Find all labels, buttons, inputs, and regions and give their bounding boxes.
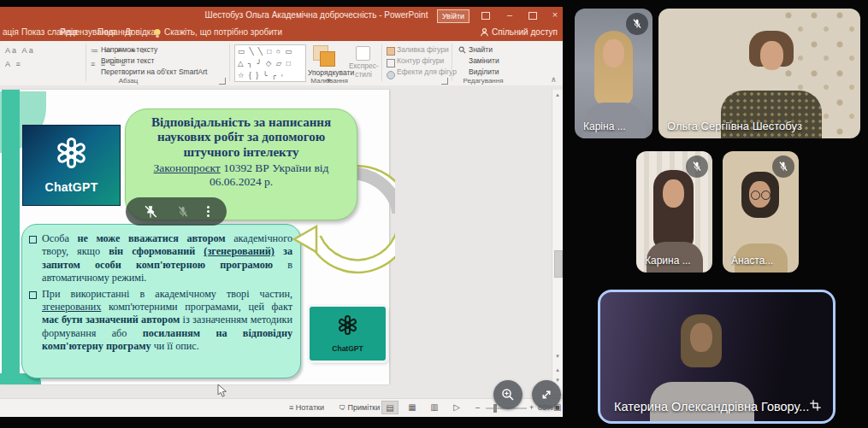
paragraph-dialog-launcher[interactable]: [219, 78, 226, 85]
expand-presentation-button[interactable]: [532, 380, 561, 409]
unpin-icon[interactable]: [143, 204, 158, 220]
chatgpt-image-label: ChatGPT: [23, 180, 120, 194]
drawing-dialog-launcher[interactable]: [441, 78, 448, 85]
notes-icon: ≡: [289, 403, 293, 412]
lightbulb-icon: [153, 28, 162, 38]
close-button[interactable]: ×: [548, 9, 562, 21]
bullet-item: При використанні в академічному творі ча…: [29, 288, 292, 354]
tab-animation-truncated[interactable]: ація: [3, 27, 19, 37]
share-label: Спільний доступ: [492, 27, 558, 37]
slide-sorter-view-button[interactable]: ▦: [404, 401, 421, 414]
zoom-in-button[interactable]: +: [529, 403, 534, 412]
bullet-square-icon: [29, 236, 37, 243]
shape-effects-icon: [387, 71, 395, 79]
bullet-text: Особа не може вважатися автором академіч…: [42, 232, 292, 285]
participant-name: Каріна ...: [583, 120, 626, 132]
normal-view-button[interactable]: ▤: [381, 401, 399, 414]
minimize-button[interactable]: –: [503, 9, 517, 21]
comments-icon: 🗨: [339, 404, 345, 412]
tell-me-box[interactable]: Скажіть, що потрібно зробити: [164, 27, 282, 37]
participant-tile-karyna2[interactable]: Карина ...: [636, 151, 712, 273]
shapes-row-3[interactable]: ☆ { } ╰ ╭ ◦: [238, 69, 305, 81]
shapes-gallery[interactable]: ▭ ╲ ╲ □ ○ ▭ △ ╮ ╯ ◇ ▱ □ ☆ { } ╰ ╭ ◦: [234, 44, 306, 82]
person-icon: [481, 28, 488, 37]
collapse-ribbon-icon[interactable]: ∧: [551, 75, 558, 84]
mic-muted-badge: [626, 13, 648, 35]
window-title: Шестобуз Ольга Академічна доброчесність …: [197, 10, 436, 20]
zoom-presentation-button[interactable]: [493, 380, 523, 409]
text-direction-button[interactable]: Напрямок тексту: [101, 45, 157, 54]
title-bar: Шестобуз Ольга Академічна доброчесність …: [0, 7, 563, 25]
shape-effects-button[interactable]: Ефекти для фігур: [397, 67, 457, 76]
mic-off-icon: [631, 18, 643, 30]
replace-button[interactable]: Замінити: [469, 56, 499, 65]
maximize-button[interactable]: [526, 9, 540, 21]
editing-group-label: Редагування: [455, 77, 511, 85]
meet-tile-options-overlay[interactable]: [126, 197, 227, 226]
comments-button[interactable]: 🗨 Примітки: [339, 403, 380, 412]
align-text-button[interactable]: Вирівняти текст: [101, 56, 154, 65]
find-button[interactable]: Знайти: [469, 45, 493, 54]
share-button[interactable]: Спільний доступ: [481, 27, 558, 37]
notes-button[interactable]: ≡ Нотатки: [289, 403, 324, 412]
convert-smartart-button[interactable]: Перетворити на об'єкт SmartArt: [101, 67, 207, 76]
shapes-row-1[interactable]: ▭ ╲ ╲ □ ○ ▭: [238, 45, 305, 57]
shapes-row-2[interactable]: △ ╮ ╯ ◇ ▱ □: [238, 57, 305, 69]
font-tools-icons[interactable]: Аа Аа: [5, 46, 35, 55]
previous-slide-icon[interactable]: ▴: [552, 366, 563, 373]
powerpoint-window: Шестобуз Ольга Академічна доброчесність …: [0, 7, 563, 416]
zoom-slider-thumb[interactable]: [493, 404, 497, 413]
bullet-item: Особа не може вважатися автором академіч…: [29, 232, 292, 285]
participant-tile-kateryna-active-speaker[interactable]: Катерина Олександрівна Говору...: [598, 290, 836, 424]
mic-muted-badge: [686, 155, 708, 178]
scroll-up-icon[interactable]: ▴: [552, 91, 563, 98]
status-bar: ≡ Нотатки 🗨 Примітки ▤ ▦ ▥ ▷ – + 80% ▣: [0, 398, 563, 417]
participant-tile-anastasiia[interactable]: Анаста...: [723, 151, 799, 273]
crop-icon[interactable]: [809, 399, 822, 412]
select-button[interactable]: Виділити: [469, 67, 499, 76]
openai-logo-icon: [336, 314, 358, 336]
quick-styles-icon: [356, 46, 370, 61]
scrollbar-thumb[interactable]: [554, 250, 563, 278]
participant-name: Катерина Олександрівна Говору...: [614, 400, 809, 413]
vertical-scrollbar[interactable]: ▴ ▾ ▴ ▾: [552, 90, 563, 394]
slide-body-textbox[interactable]: Особа не може вважатися автором академіч…: [21, 224, 301, 378]
expand-arrows-icon: [539, 387, 554, 402]
zoom-out-button[interactable]: –: [475, 403, 480, 412]
shape-fill-icon: [387, 47, 395, 56]
participant-tile-olha[interactable]: Ольга Сергіївна Шестобуз: [658, 9, 860, 138]
more-options-icon[interactable]: [207, 204, 210, 219]
presentation-slide[interactable]: Особа не може вважатися автором академіч…: [0, 90, 389, 384]
arrange-icon-overlay: [320, 51, 335, 67]
participant-name: Карина ...: [645, 255, 691, 267]
mic-off-icon: [777, 161, 789, 173]
chatgpt-image[interactable]: ChatGPT: [23, 126, 120, 205]
bullet-text: При використанні в академічному творі ча…: [42, 288, 292, 354]
participant-tile-karina1[interactable]: Каріна ...: [575, 9, 652, 138]
scroll-down-icon[interactable]: ▾: [552, 353, 563, 360]
shape-fill-button[interactable]: Заливка фігури: [397, 45, 449, 54]
slide-title: Відповідальність за написання наукових р…: [134, 115, 348, 160]
bullet-square-icon: [29, 291, 37, 299]
font-color-icons[interactable]: А ≡: [5, 60, 22, 68]
mic-muted-badge: [772, 155, 794, 178]
participant-face: [760, 41, 783, 70]
paragraph-group-label: Абзац: [103, 77, 154, 85]
ribbon-display-options-icon[interactable]: [479, 9, 493, 21]
ribbon: Аа Аа А ≡ ≔ ≕ ⇤ ⇥ ↕ ≡ ≡ ≡ ≡ Напрямок тек…: [0, 41, 563, 86]
mic-off-icon: [176, 205, 190, 219]
ribbon-tabs: ація Показ слайдів Рецензування Подання …: [0, 25, 563, 41]
participant-face: [690, 323, 712, 352]
reading-view-button[interactable]: ▥: [426, 401, 443, 414]
chatgpt-card[interactable]: ChatGPT: [310, 307, 386, 361]
sign-in-button[interactable]: Увійти: [437, 9, 469, 23]
mic-off-icon: [691, 161, 703, 173]
drawing-group-label: Малювання: [299, 77, 359, 85]
slideshow-view-button[interactable]: ▷: [448, 401, 465, 414]
chatgpt-card-label: ChatGPT: [310, 344, 386, 353]
shape-outline-icon: [387, 59, 395, 67]
shape-outline-button[interactable]: Контур фігури: [397, 56, 444, 65]
openai-logo-icon: [52, 134, 90, 172]
tab-help[interactable]: Довідка: [125, 27, 156, 37]
participant-face: [603, 39, 624, 67]
